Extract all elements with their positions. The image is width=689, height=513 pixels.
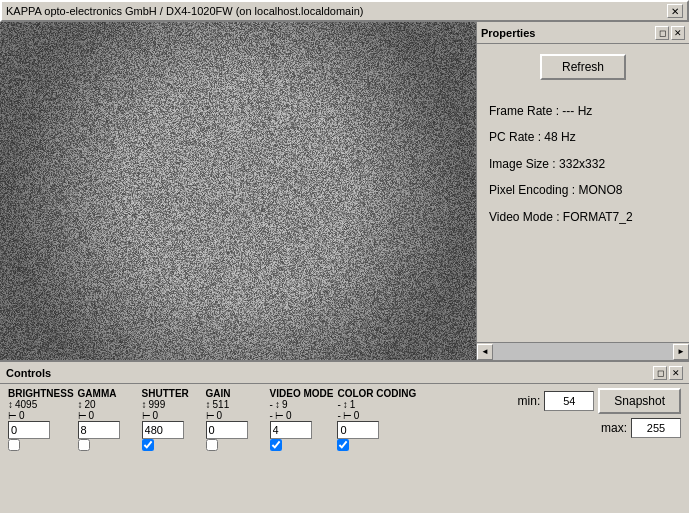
shutter-max: 999 — [149, 399, 166, 410]
video-mode-thumb-icon2: ⊢ — [275, 410, 284, 421]
brightness-max: 4095 — [15, 399, 37, 410]
color-coding-value-row: - ↕ 1 — [337, 399, 355, 410]
gamma-min: 0 — [89, 410, 95, 421]
brightness-input[interactable] — [8, 421, 50, 439]
brightness-thumb-icon: ⊢ — [8, 410, 17, 421]
shutter-min: 0 — [153, 410, 159, 421]
pixel-encoding-row: Pixel Encoding : MONO8 — [489, 177, 677, 203]
gain-thumb-icon: ⊢ — [206, 410, 215, 421]
gamma-input[interactable] — [78, 421, 120, 439]
gain-slider-row: ⊢ 0 — [206, 410, 223, 421]
gamma-group: GAMMA ↕ 20 ⊢ 0 — [78, 388, 138, 451]
gain-input[interactable] — [206, 421, 248, 439]
gain-group: GAIN ↕ 511 ⊢ 0 — [206, 388, 266, 451]
video-mode-label: VIDEO MODE — [270, 388, 334, 399]
gain-label: GAIN — [206, 388, 231, 399]
refresh-button[interactable]: Refresh — [540, 54, 626, 80]
controls-close-button[interactable]: ✕ — [669, 366, 683, 380]
gain-value-row: ↕ 511 — [206, 399, 230, 410]
color-coding-slider-row: - ⊢ 0 — [337, 410, 359, 421]
scroll-left-arrow[interactable]: ◄ — [477, 344, 493, 360]
color-coding-max: 1 — [350, 399, 356, 410]
scroll-right-arrow[interactable]: ► — [673, 344, 689, 360]
video-mode-slider-icon: - — [270, 399, 273, 410]
gamma-label: GAMMA — [78, 388, 117, 399]
max-row: max: — [597, 418, 681, 438]
camera-canvas — [0, 22, 476, 360]
title-bar: KAPPA opto-electronics GmbH / DX4-1020FW… — [0, 0, 689, 22]
video-mode-thumb-icon: - — [270, 410, 273, 421]
properties-panel: Properties ◻ ✕ Refresh Frame Rate : --- … — [476, 22, 689, 360]
color-coding-label: COLOR CODING — [337, 388, 416, 399]
properties-close-button[interactable]: ✕ — [671, 26, 685, 40]
color-coding-group: COLOR CODING - ↕ 1 - ⊢ 0 — [337, 388, 416, 451]
video-mode-row: Video Mode : FORMAT7_2 — [489, 204, 677, 230]
pc-rate-row: PC Rate : 48 Hz — [489, 124, 677, 150]
shutter-slider-row: ⊢ 0 — [142, 410, 159, 421]
gamma-slider-row: ⊢ 0 — [78, 410, 95, 421]
shutter-group: SHUTTER ↕ 999 ⊢ 0 — [142, 388, 202, 451]
gamma-thumb-icon: ⊢ — [78, 410, 87, 421]
shutter-input[interactable] — [142, 421, 184, 439]
controls-title: Controls — [6, 367, 51, 379]
gamma-value-row: ↕ 20 — [78, 399, 96, 410]
properties-title: Properties — [481, 27, 535, 39]
color-coding-slider-icon: - — [337, 399, 340, 410]
controls-restore-button[interactable]: ◻ — [653, 366, 667, 380]
shutter-value-row: ↕ 999 — [142, 399, 166, 410]
shutter-slider-icon: ↕ — [142, 399, 147, 410]
controls-right: min: Snapshot max: — [510, 388, 681, 451]
main-layout: Properties ◻ ✕ Refresh Frame Rate : --- … — [0, 22, 689, 360]
video-mode-max: 9 — [282, 399, 288, 410]
controls-body: BRIGHTNESS ↕ 4095 ⊢ 0 GAMMA ↕ 20 ⊢ 0 — [0, 384, 689, 455]
properties-header: Properties ◻ ✕ — [477, 22, 689, 44]
properties-info: Frame Rate : --- Hz PC Rate : 48 Hz Imag… — [477, 90, 689, 238]
brightness-group: BRIGHTNESS ↕ 4095 ⊢ 0 — [8, 388, 74, 451]
snapshot-button[interactable]: Snapshot — [598, 388, 681, 414]
color-coding-thumb-icon: - — [337, 410, 340, 421]
window-title: KAPPA opto-electronics GmbH / DX4-1020FW… — [6, 5, 363, 17]
color-coding-checkbox[interactable] — [337, 439, 349, 451]
gain-max: 511 — [213, 399, 230, 410]
min-row: min: Snapshot — [510, 388, 681, 414]
video-mode-group: VIDEO MODE - ↕ 9 - ⊢ 0 — [270, 388, 334, 451]
properties-restore-button[interactable]: ◻ — [655, 26, 669, 40]
scroll-track[interactable] — [493, 343, 673, 360]
color-coding-slider-icon2: ↕ — [343, 399, 348, 410]
video-mode-value-row: - ↕ 9 — [270, 399, 288, 410]
close-button[interactable]: ✕ — [667, 4, 683, 18]
controls-panel: Controls ◻ ✕ BRIGHTNESS ↕ 4095 ⊢ 0 GAMMA… — [0, 360, 689, 513]
video-mode-slider-icon2: ↕ — [275, 399, 280, 410]
controls-header: Controls ◻ ✕ — [0, 362, 689, 384]
brightness-label: BRIGHTNESS — [8, 388, 74, 399]
color-coding-min: 0 — [354, 410, 360, 421]
video-mode-input[interactable] — [270, 421, 312, 439]
min-input[interactable] — [544, 391, 594, 411]
shutter-thumb-icon: ⊢ — [142, 410, 151, 421]
shutter-checkbox[interactable] — [142, 439, 154, 451]
camera-view — [0, 22, 476, 360]
properties-scrollbar[interactable]: ◄ ► — [477, 342, 689, 360]
max-input[interactable] — [631, 418, 681, 438]
properties-window-controls: ◻ ✕ — [655, 26, 685, 40]
max-label: max: — [597, 421, 627, 435]
gain-min: 0 — [217, 410, 223, 421]
brightness-slider-icon: ↕ — [8, 399, 13, 410]
brightness-min: 0 — [19, 410, 25, 421]
min-label: min: — [510, 394, 540, 408]
brightness-value-row: ↕ 4095 — [8, 399, 37, 410]
color-coding-thumb-icon2: ⊢ — [343, 410, 352, 421]
video-mode-checkbox[interactable] — [270, 439, 282, 451]
gamma-checkbox[interactable] — [78, 439, 90, 451]
brightness-checkbox[interactable] — [8, 439, 20, 451]
controls-window-controls: ◻ ✕ — [653, 366, 683, 380]
gain-slider-icon: ↕ — [206, 399, 211, 410]
image-size-row: Image Size : 332x332 — [489, 151, 677, 177]
video-mode-slider-row: - ⊢ 0 — [270, 410, 292, 421]
video-mode-min: 0 — [286, 410, 292, 421]
gamma-max: 20 — [85, 399, 96, 410]
shutter-label: SHUTTER — [142, 388, 189, 399]
frame-rate-row: Frame Rate : --- Hz — [489, 98, 677, 124]
gain-checkbox[interactable] — [206, 439, 218, 451]
color-coding-input[interactable] — [337, 421, 379, 439]
